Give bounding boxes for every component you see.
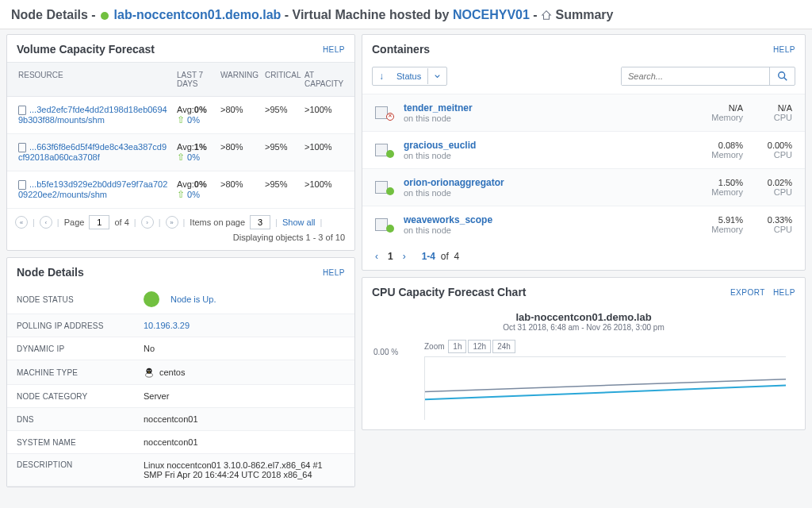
page-prev-button[interactable]: ‹ xyxy=(375,251,378,262)
col-critical: CRITICAL xyxy=(262,69,301,90)
col-last7: LAST 7 DAYS xyxy=(174,69,217,90)
volume-name[interactable]: ...663f6f8e6d5f4f9de8c43ea387cd9cf92018a… xyxy=(18,142,167,162)
search-input[interactable] xyxy=(622,67,769,85)
volume-name[interactable]: ...b5fe193d929e2b0dd97e9f7aa70209220ee2/… xyxy=(18,179,167,199)
zoom-24h-button[interactable]: 24h xyxy=(492,340,515,353)
polling-ip-value[interactable]: 10.196.3.29 xyxy=(144,321,190,330)
node-hostname-link[interactable]: lab-noccentcon01.demo.lab xyxy=(114,8,282,21)
container-name-link[interactable]: gracious_euclid xyxy=(404,140,694,151)
volume-row[interactable]: ...3ed2efc7fde4dd2d198d18eb06949b303f88/… xyxy=(7,97,354,134)
title-prefix: Node Details - xyxy=(11,8,99,21)
show-all-link[interactable]: Show all xyxy=(282,217,316,227)
summary-label: Summary xyxy=(556,8,614,21)
svg-point-4 xyxy=(778,72,784,79)
containers-paging: ‹ 1 › 1-4 of 4 xyxy=(362,243,805,270)
node-details-title: Node Details xyxy=(17,266,84,279)
status-dropdown-toggle[interactable] xyxy=(427,68,446,84)
node-details-help-link[interactable]: HELP xyxy=(323,268,345,277)
items-on-page-label: Items on page xyxy=(190,217,245,227)
pager-prev-button[interactable]: ‹ xyxy=(40,216,52,229)
node-category-row: NODE CATEGORY Server xyxy=(7,385,354,408)
title-suffix: - xyxy=(533,8,541,21)
sort-direction-icon[interactable]: ↓ xyxy=(373,71,390,82)
trend-up-icon: ⇧ xyxy=(177,152,185,163)
zoom-label: Zoom xyxy=(424,342,445,351)
status-up-icon xyxy=(144,291,159,307)
pager-first-button[interactable]: « xyxy=(15,216,28,229)
col-resource: RESOURCE xyxy=(15,69,174,90)
pager-last-button[interactable]: » xyxy=(166,216,178,229)
svg-line-5 xyxy=(783,78,787,81)
status-sort-button[interactable]: ↓ Status xyxy=(372,67,447,86)
container-name-link[interactable]: weaveworks_scope xyxy=(404,214,694,225)
status-down-icon xyxy=(386,113,394,121)
volume-pager-footer: Displaying objects 1 - 3 of 10 xyxy=(7,231,354,250)
description-row: DESCRIPTION Linux noccentcon01 3.10.0-86… xyxy=(7,454,354,487)
hypervisor-link[interactable]: NOCEHYV01 xyxy=(453,8,530,21)
series-avg-cpu xyxy=(425,379,786,392)
node-details-panel: Node Details HELP NODE STATUS Node is Up… xyxy=(6,257,355,487)
title-mid: - Virtual Machine hosted by xyxy=(285,8,453,21)
container-icon xyxy=(375,144,397,156)
volume-row[interactable]: ...663f6f8e6d5f4f9de8c43ea387cd9cf92018a… xyxy=(7,134,354,171)
pager-of-label: of 4 xyxy=(114,217,128,227)
search-icon xyxy=(777,71,788,82)
containers-panel: Containers HELP ↓ Status xyxy=(362,34,806,271)
node-status-row: NODE STATUS Node is Up. xyxy=(7,285,354,314)
status-btn-label: Status xyxy=(390,67,427,85)
zoom-12h-button[interactable]: 12h xyxy=(468,340,491,353)
container-row[interactable]: orion-orionaggregatoron this node 1.50%M… xyxy=(362,168,805,206)
machine-type-row: MACHINE TYPE centos xyxy=(7,360,354,385)
disk-icon xyxy=(18,180,26,190)
pager-next-button[interactable]: › xyxy=(141,216,154,229)
container-row[interactable]: weaveworks_scopeon this node 5.91%Memory… xyxy=(362,206,805,243)
trend-up-icon: ⇧ xyxy=(177,114,185,125)
home-icon xyxy=(541,10,552,21)
col-warning: WARNING xyxy=(217,69,262,90)
container-icon xyxy=(375,218,397,231)
volume-row[interactable]: ...b5fe193d929e2b0dd97e9f7aa70209220ee2/… xyxy=(7,171,354,209)
cpu-chart-panel: CPU Capacity Forecast Chart EXPORT HELP … xyxy=(362,277,806,430)
chart-plot-area[interactable] xyxy=(424,356,786,420)
y-axis-label: 0.00 % xyxy=(373,348,398,356)
trend-up-icon: ⇧ xyxy=(177,189,185,200)
search-button[interactable] xyxy=(769,67,795,85)
items-on-page-input[interactable] xyxy=(250,215,270,229)
status-dot-icon xyxy=(101,12,109,20)
volume-table-header: RESOURCE LAST 7 DAYS WARNING CRITICAL AT… xyxy=(7,62,354,97)
chevron-down-icon xyxy=(435,72,440,80)
col-atcapacity: AT CAPACITY xyxy=(301,69,345,90)
volume-panel-title: Volume Capacity Forecast xyxy=(17,43,155,56)
cpu-chart-help-link[interactable]: HELP xyxy=(773,288,795,297)
pager-page-input[interactable] xyxy=(89,215,109,229)
disk-icon xyxy=(18,106,26,115)
status-up-icon xyxy=(386,187,394,195)
container-row[interactable]: tender_meitneron this node N/AMemory N/A… xyxy=(362,94,805,131)
containers-help-link[interactable]: HELP xyxy=(773,45,795,54)
page-next-button[interactable]: › xyxy=(403,251,406,262)
container-row[interactable]: gracious_euclidon this node 0.08%Memory … xyxy=(362,131,805,168)
container-name-link[interactable]: tender_meitner xyxy=(404,102,694,114)
export-link[interactable]: EXPORT xyxy=(730,288,765,297)
svg-point-3 xyxy=(150,370,151,371)
volume-name[interactable]: ...3ed2efc7fde4dd2d198d18eb06949b303f88/… xyxy=(18,105,167,125)
page-title: Node Details - lab-noccentcon01.demo.lab… xyxy=(0,0,812,29)
container-icon xyxy=(375,106,397,119)
dynamic-ip-row: DYNAMIC IP No xyxy=(7,337,354,360)
current-page: 1 xyxy=(388,251,393,262)
cpu-chart: lab-noccentcon01.demo.lab Oct 31 2018, 6… xyxy=(362,305,805,429)
cpu-chart-panel-title: CPU Capacity Forecast Chart xyxy=(372,286,527,298)
volume-help-link[interactable]: HELP xyxy=(323,45,345,54)
pager-page-label: Page xyxy=(64,217,85,227)
volume-capacity-panel: Volume Capacity Forecast HELP RESOURCE L… xyxy=(6,34,355,251)
series-forecast-cpu xyxy=(425,386,786,400)
container-name-link[interactable]: orion-orionaggregator xyxy=(404,177,694,188)
status-up-icon xyxy=(386,150,394,158)
zoom-1h-button[interactable]: 1h xyxy=(448,340,466,353)
disk-icon xyxy=(18,143,26,152)
polling-ip-row: POLLING IP ADDRESS 10.196.3.29 xyxy=(7,314,354,337)
linux-icon xyxy=(144,367,155,378)
node-status-value[interactable]: Node is Up. xyxy=(170,294,216,304)
container-icon xyxy=(375,181,397,194)
chart-title: lab-noccentcon01.demo.lab xyxy=(373,311,794,323)
